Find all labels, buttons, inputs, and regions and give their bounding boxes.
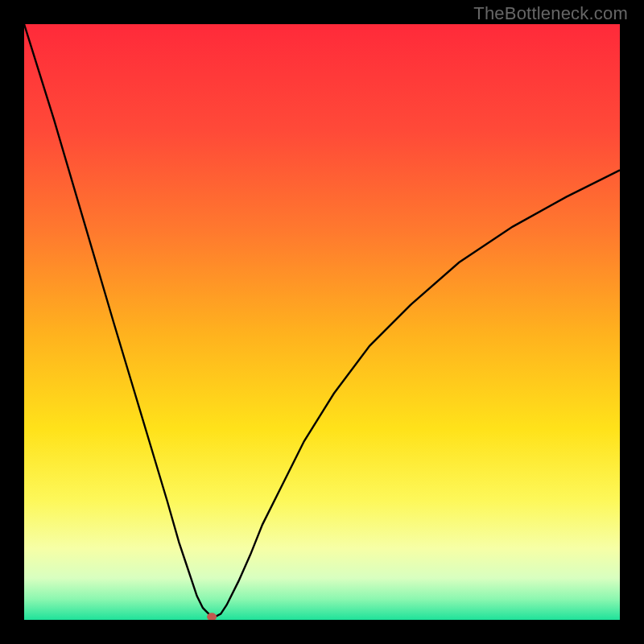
plot-area — [24, 24, 620, 620]
chart-frame: TheBottleneck.com — [0, 0, 644, 644]
watermark-text: TheBottleneck.com — [473, 3, 628, 24]
chart-svg — [24, 24, 620, 620]
